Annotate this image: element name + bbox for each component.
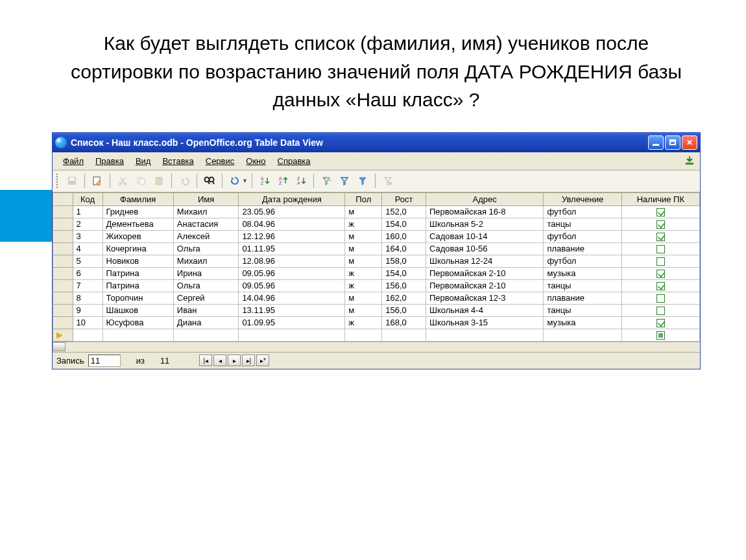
data-grid[interactable]: Код Фамилия Имя Дата рождения Пол Рост А… (53, 192, 700, 342)
cell-address[interactable]: Садовая 10-14 (426, 230, 543, 242)
col-header-dob[interactable]: Дата рождения (239, 192, 345, 205)
standard-filter-icon[interactable] (336, 172, 353, 189)
col-header-pc[interactable]: Наличие ПК (621, 192, 699, 205)
cell-name[interactable]: Сергей (173, 292, 239, 304)
checkbox-icon[interactable] (656, 294, 665, 303)
row-selector-header[interactable] (53, 192, 73, 205)
toolbar-handle-icon[interactable] (56, 174, 60, 188)
find-icon[interactable] (201, 172, 218, 189)
cell-pc[interactable] (621, 205, 699, 218)
checkbox-icon[interactable] (656, 245, 665, 253)
cell-sex[interactable]: ж (345, 279, 382, 292)
cell-surname[interactable] (102, 329, 173, 341)
horizontal-scrollbar[interactable] (53, 342, 700, 352)
maximize-button[interactable] (665, 135, 680, 150)
paste-icon[interactable] (150, 172, 167, 189)
cell-code[interactable]: 4 (73, 242, 102, 255)
cell-name[interactable]: Ирина (173, 267, 239, 279)
cell-surname[interactable]: Новиков (102, 255, 173, 267)
nav-new-button[interactable]: ▸* (256, 355, 269, 366)
cell-height[interactable]: 152,0 (382, 205, 426, 218)
cell-dob[interactable] (239, 329, 345, 341)
row-selector[interactable] (53, 242, 73, 255)
cell-name[interactable]: Диана (173, 316, 239, 329)
cell-name[interactable]: Ольга (173, 279, 239, 292)
menu-file[interactable]: Файл (58, 155, 89, 167)
cell-hobby[interactable]: музыка (544, 316, 621, 329)
cell-hobby[interactable]: плавание (544, 292, 621, 304)
cell-sex[interactable]: ж (345, 267, 382, 279)
row-selector[interactable] (53, 230, 73, 242)
cell-name[interactable]: Ольга (173, 242, 239, 255)
table-row[interactable]: 4КочергинаОльга01.11.95м164,0Садовая 10-… (53, 242, 700, 255)
sort-desc-icon[interactable]: AZ (274, 172, 291, 189)
checkbox-icon[interactable] (656, 307, 665, 315)
refresh-icon[interactable] (226, 172, 243, 189)
checkbox-icon[interactable] (656, 331, 665, 340)
row-selector[interactable] (53, 316, 73, 329)
table-row[interactable]: 10ЮсуфоваДиана01.09.95ж168,0Школьная 3-1… (53, 316, 700, 329)
save-icon[interactable] (64, 172, 80, 189)
cell-pc[interactable] (621, 279, 699, 292)
cell-address[interactable] (426, 329, 543, 341)
cell-name[interactable]: Михаил (173, 205, 239, 218)
cell-height[interactable]: 154,0 (382, 267, 426, 279)
table-row[interactable]: 9ШашковИван13.11.95м156,0Школьная 4-4тан… (53, 304, 700, 316)
cell-pc[interactable] (621, 316, 699, 329)
cell-height[interactable]: 164,0 (382, 242, 426, 255)
cell-dob[interactable]: 13.11.95 (239, 304, 345, 316)
cell-pc[interactable] (621, 242, 699, 255)
cell-name[interactable]: Михаил (173, 255, 239, 267)
cell-surname[interactable]: Жихорев (102, 230, 173, 242)
menu-insert[interactable]: Вставка (157, 155, 199, 167)
col-header-name[interactable]: Имя (173, 192, 239, 205)
checkbox-icon[interactable] (656, 208, 665, 216)
nav-prev-button[interactable]: ◂ (213, 355, 226, 366)
table-row[interactable]: 3ЖихоревАлексей12.12.96м160,0Садовая 10-… (53, 230, 700, 242)
cell-dob[interactable]: 12.08.96 (239, 255, 345, 267)
cell-address[interactable]: Первомайская 2-10 (426, 279, 543, 292)
cell-sex[interactable]: м (345, 304, 382, 316)
cell-dob[interactable]: 01.09.95 (239, 316, 345, 329)
cell-sex[interactable]: м (345, 205, 382, 218)
menu-view[interactable]: Вид (130, 155, 156, 167)
remove-filter-icon[interactable] (379, 172, 396, 189)
table-row[interactable]: 7ПатринаОльга09.05.96ж156,0Первомайская … (53, 279, 700, 292)
col-header-hobby[interactable]: Увлечение (544, 192, 621, 205)
minimize-button[interactable] (648, 135, 664, 150)
col-header-code[interactable]: Код (73, 192, 102, 205)
col-header-surname[interactable]: Фамилия (102, 192, 173, 205)
cell-code[interactable]: 7 (73, 279, 102, 292)
edit-icon[interactable] (89, 172, 106, 189)
checkbox-icon[interactable] (656, 282, 665, 290)
cell-surname[interactable]: Патрина (102, 267, 173, 279)
menu-help[interactable]: Справка (272, 155, 316, 167)
cell-address[interactable]: Первомайская 16-8 (426, 205, 543, 218)
cell-dob[interactable]: 23.05.96 (239, 205, 345, 218)
cell-surname[interactable]: Дементьева (102, 218, 173, 230)
table-row[interactable]: 6ПатринаИрина09.05.96ж154,0Первомайская … (53, 267, 700, 279)
cell-hobby[interactable]: танцы (544, 218, 621, 230)
cell-sex[interactable]: м (345, 242, 382, 255)
menu-window[interactable]: Окно (241, 155, 271, 167)
checkbox-icon[interactable] (656, 319, 665, 327)
cell-dob[interactable]: 12.12.96 (239, 230, 345, 242)
cell-height[interactable]: 160,0 (382, 230, 426, 242)
cell-hobby[interactable]: танцы (544, 304, 621, 316)
cell-pc[interactable] (621, 267, 699, 279)
close-button[interactable]: ✕ (682, 135, 697, 150)
cell-dob[interactable]: 14.04.96 (239, 292, 345, 304)
menu-edit[interactable]: Правка (90, 155, 129, 167)
cell-code[interactable]: 10 (73, 316, 102, 329)
col-header-address[interactable]: Адрес (426, 192, 543, 205)
cell-surname[interactable]: Торопчин (102, 292, 173, 304)
cell-surname[interactable]: Шашков (102, 304, 173, 316)
cell-dob[interactable]: 09.05.96 (239, 279, 345, 292)
cell-hobby[interactable] (544, 329, 621, 341)
cell-pc[interactable] (621, 292, 699, 304)
cell-sex[interactable]: ж (345, 316, 382, 329)
col-header-sex[interactable]: Пол (345, 192, 382, 205)
cell-address[interactable]: Первомайская 12-3 (426, 292, 543, 304)
titlebar[interactable]: Список - Наш класс.odb - OpenOffice.org … (53, 133, 700, 152)
cell-surname[interactable]: Кочергина (102, 242, 173, 255)
